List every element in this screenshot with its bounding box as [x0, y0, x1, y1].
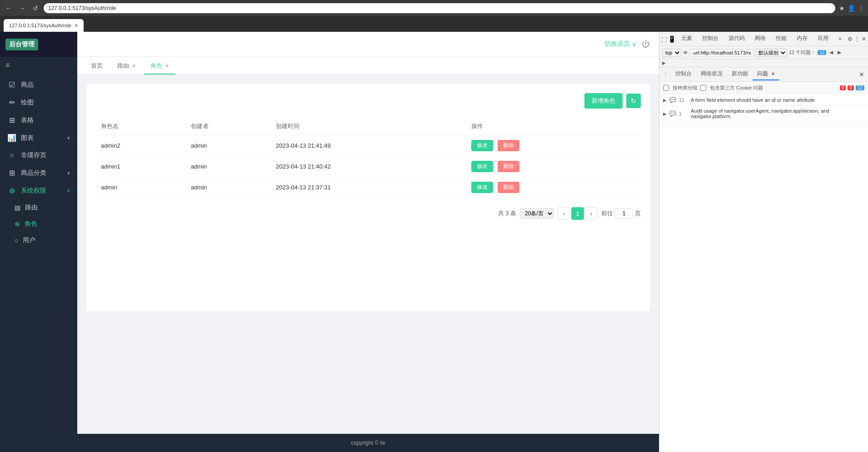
devtools-panel-tab-issues[interactable]: 问题 ✕	[753, 68, 779, 80]
devtools-level-select[interactable]: 默认级别	[755, 49, 787, 57]
edit-button-0[interactable]: 修改	[471, 140, 493, 151]
sidebar-item-chart[interactable]: 📊 图表 ∨	[0, 129, 77, 147]
browser-tab[interactable]: 127.0.0.1:5173/sysAuth/role ✕	[4, 19, 84, 32]
tab-route[interactable]: 路由 ✕	[111, 58, 142, 75]
next-page-button[interactable]: ›	[585, 207, 598, 220]
devtools-expand-row: ▶	[659, 59, 868, 67]
role-created-at-0: 2023-04-13 21:41:49	[270, 135, 466, 156]
delete-button-1[interactable]: 删除	[498, 161, 519, 172]
sidebar: 后台管理 ≡ ☑ 商品 ✏ 绘图 ⊞ 表格 📊 图表 ∨ ○ 非缓存	[0, 32, 77, 452]
main-content: 切换语言 ∨ ⏻ 首页 路由 ✕ 角色 ✕ 新增角色	[77, 32, 659, 452]
browser-tabs: 127.0.0.1:5173/sysAuth/role ✕	[0, 16, 868, 32]
page-1-button[interactable]: 1	[571, 207, 584, 220]
menu-icon[interactable]: ⋮	[858, 5, 864, 12]
devtools-filter-input[interactable]	[690, 49, 753, 56]
third-party-check[interactable]	[700, 85, 706, 91]
add-role-button[interactable]: 新增角色	[584, 93, 623, 109]
sidebar-subitem-user[interactable]: ○ 用户	[7, 232, 77, 248]
refresh-button[interactable]: ↺	[31, 4, 40, 13]
devtools-panel-tab-console[interactable]: 控制台	[671, 68, 696, 80]
sidebar-logo: 后台管理	[0, 32, 77, 57]
issue-row-1[interactable]: ▶ 💬 11 A form field element should have …	[659, 94, 868, 106]
footer: copyright © lw	[77, 434, 659, 452]
app-container: 后台管理 ≡ ☑ 商品 ✏ 绘图 ⊞ 表格 📊 图表 ∨ ○ 非缓存	[0, 32, 659, 452]
devtools-tab-sources[interactable]: 源代码	[724, 33, 749, 45]
devtools-options-icon[interactable]: ⋮	[854, 36, 860, 42]
devtools-context-select[interactable]: top	[662, 49, 681, 57]
devtools-device-icon[interactable]: 📱	[668, 35, 676, 43]
devtools-tab-application[interactable]: 应用	[813, 33, 833, 45]
category-arrow-icon: ∨	[67, 170, 70, 175]
auth-arrow-icon: ∧	[67, 188, 70, 193]
devtools-panel-tab-network[interactable]: 网络状况	[696, 68, 727, 80]
sidebar-item-goods[interactable]: ☑ 商品	[0, 76, 77, 94]
sidebar-item-draw-label: 绘图	[21, 99, 70, 107]
sidebar-subitem-route[interactable]: ▤ 路由	[7, 199, 77, 216]
devtools-close-icon[interactable]: ✕	[862, 36, 866, 42]
devtools-inspect-icon[interactable]: ⬚	[661, 35, 667, 43]
tab-label: 127.0.0.1:5173/sysAuth/role	[9, 23, 71, 28]
issues-close-icon[interactable]: ✕	[859, 71, 864, 78]
tab-role-close[interactable]: ✕	[165, 63, 169, 69]
devtools-eye-icon[interactable]: 👁	[683, 50, 688, 55]
goto-input[interactable]	[615, 209, 633, 219]
sidebar-item-category[interactable]: ⊞ 商品分类 ∨	[0, 164, 77, 182]
edit-button-2[interactable]: 修改	[471, 182, 493, 193]
sidebar-item-table-label: 表格	[21, 116, 70, 124]
devtools-settings-icon[interactable]: ⚙	[848, 36, 853, 42]
refresh-button[interactable]: ↻	[626, 94, 641, 108]
tab-route-close[interactable]: ✕	[132, 63, 136, 69]
devtools-tab-more[interactable]: »	[834, 34, 846, 45]
devtools-tab-console[interactable]: 控制台	[698, 33, 723, 45]
pagination-total: 共 3 条	[498, 209, 516, 218]
data-table: 角色名 创建者 创建时间 操作 admin2 admin 2023-04-13 …	[95, 118, 641, 198]
devtools-arrow-right[interactable]: ▶	[836, 49, 843, 56]
sidebar-subitem-role[interactable]: ⊛ 角色	[7, 216, 77, 232]
table-header: 角色名 创建者 创建时间 操作	[95, 118, 641, 135]
issues-tab-close[interactable]: ✕	[771, 71, 775, 76]
delete-button-0[interactable]: 删除	[498, 140, 519, 151]
bookmark-icon[interactable]: ★	[839, 5, 845, 12]
sidebar-item-nocache[interactable]: ○ 非缓存页	[0, 147, 77, 164]
role-creator-0: admin	[185, 135, 270, 156]
devtools-tab-network[interactable]: 网络	[750, 33, 770, 45]
group-by-check[interactable]	[663, 85, 669, 91]
lang-switch[interactable]: 切换语言 ∨	[604, 40, 636, 48]
devtools-more-icon[interactable]: ⋮	[663, 71, 668, 77]
table-body: admin2 admin 2023-04-13 21:41:49 修改 删除 a…	[95, 135, 641, 198]
url-bar[interactable]: 127.0.0.1:5173/sysAuth/role	[44, 3, 835, 13]
back-button[interactable]: ←	[4, 4, 14, 13]
tab-home[interactable]: 首页	[85, 58, 109, 75]
devtools-tab-memory[interactable]: 内存	[792, 33, 812, 45]
profile-icon[interactable]: 👤	[848, 5, 855, 12]
sidebar-item-auth[interactable]: ⊛ 系统权限 ∧	[0, 182, 77, 199]
issue-row-2[interactable]: ▶ 💬 1 Audit usage of navigator.userAgent…	[659, 106, 868, 122]
sidebar-collapse-button[interactable]: ≡	[0, 57, 77, 74]
tab-close-icon[interactable]: ✕	[74, 23, 78, 29]
devtools-issues-header: ⋮ 控制台 网络状况 新功能 问题 ✕ ✕	[659, 67, 868, 82]
delete-button-2[interactable]: 删除	[498, 182, 519, 193]
devtools-expand-arrow[interactable]: ▶	[662, 60, 666, 65]
table-header-row: 角色名 创建者 创建时间 操作	[95, 118, 641, 135]
devtools-arrow-left[interactable]: ◀	[828, 49, 834, 56]
sidebar-menu: ☑ 商品 ✏ 绘图 ⊞ 表格 📊 图表 ∨ ○ 非缓存页 ⊞ 商品	[0, 74, 77, 452]
issue-num-2: 1	[679, 111, 688, 116]
tab-role[interactable]: 角色 ✕	[144, 58, 175, 75]
devtools-panel-tab-new[interactable]: 新功能	[727, 68, 753, 80]
sidebar-item-draw[interactable]: ✏ 绘图	[0, 94, 77, 111]
forward-button[interactable]: →	[17, 4, 27, 13]
page-size-select[interactable]: 10条/页 20条/页 50条/页	[520, 208, 554, 219]
role-actions-1: 修改 删除	[466, 156, 641, 177]
sidebar-item-table[interactable]: ⊞ 表格	[0, 111, 77, 129]
edit-button-1[interactable]: 修改	[471, 161, 493, 172]
power-button[interactable]: ⏻	[642, 40, 650, 49]
devtools-tab-performance[interactable]: 性能	[771, 33, 791, 45]
lang-arrow-icon: ∨	[632, 40, 636, 48]
devtools-tab-elements[interactable]: 元素	[677, 33, 697, 45]
sidebar-item-nocache-label: 非缓存页	[21, 151, 70, 159]
col-header-name: 角色名	[95, 118, 185, 135]
sidebar-item-category-label: 商品分类	[21, 169, 62, 177]
pagination-nav: ‹ 1 ›	[558, 207, 598, 220]
prev-page-button[interactable]: ‹	[558, 207, 570, 220]
logo-text: 后台管理	[5, 39, 38, 50]
